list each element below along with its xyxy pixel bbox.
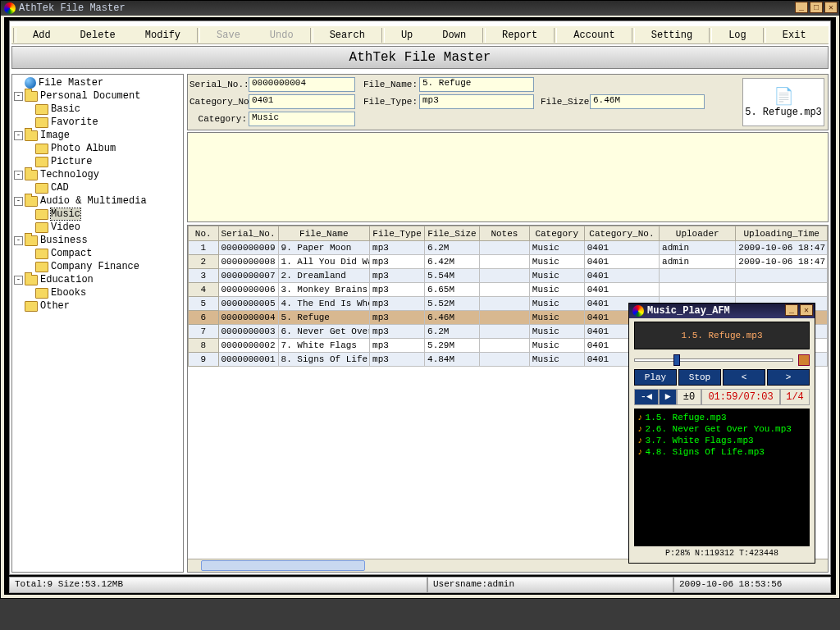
tree-item[interactable]: Favorite (14, 116, 181, 129)
tree-label: Basic (51, 103, 80, 115)
category-input[interactable]: Music (249, 112, 355, 126)
column-header[interactable]: Category (529, 226, 584, 241)
column-header[interactable]: No. (189, 226, 219, 241)
column-header[interactable]: Uploading_Time (736, 226, 828, 241)
tree-label: Business (40, 235, 88, 246)
playlist-item[interactable]: 4.8. Signs Of Life.mp3 (637, 446, 806, 458)
tree-label: Personal Document (40, 90, 140, 102)
player-titlebar[interactable]: Music_Play_AFM _ ✕ (629, 304, 815, 318)
column-header[interactable]: File_Size (425, 226, 480, 241)
tree-item[interactable]: -Education (14, 273, 181, 286)
category-label: Category: (189, 114, 249, 124)
toolbar-modify-button[interactable]: Modify (130, 30, 195, 41)
tree-label: Image (40, 130, 70, 141)
folder-icon (35, 222, 48, 233)
preview-filename: 5. Refuge.mp3 (745, 107, 822, 118)
toolbar-up-button[interactable]: Up (386, 30, 427, 41)
table-row[interactable]: 300000000072. Dreamlandmp35.54MMusic0401 (189, 269, 828, 283)
folder-icon (35, 249, 48, 259)
notes-textarea[interactable] (187, 132, 829, 222)
folder-tree[interactable]: File Master-Personal DocumentBasicFavori… (11, 74, 184, 573)
detail-form: Serial_No.: 0000000004 File_Name: 5. Ref… (187, 74, 829, 130)
tree-label: Photo Album (51, 143, 116, 154)
playlist-item[interactable]: 3.7. White Flags.mp3 (637, 435, 806, 446)
player-prev-button[interactable]: < (723, 369, 765, 386)
tree-expand-icon[interactable]: - (14, 171, 23, 180)
tree-label: Ebooks (51, 287, 86, 299)
folder-icon (35, 104, 48, 115)
column-header[interactable]: Notes (479, 226, 529, 241)
toolbar-search-button[interactable]: Search (315, 30, 380, 41)
serial-label: Serial_No.: (189, 80, 249, 89)
vol-down-button[interactable]: -◄ (634, 389, 659, 405)
tree-item[interactable]: Ebooks (14, 286, 181, 299)
minimize-button[interactable]: _ (795, 2, 808, 13)
table-row[interactable]: 200000000081. All You Did Was Samp36.42M… (189, 255, 828, 269)
tree-expand-icon[interactable]: - (14, 197, 23, 206)
tree-item[interactable]: Music (14, 208, 181, 221)
tree-item[interactable]: -Business (14, 234, 181, 247)
seek-slider[interactable] (634, 353, 810, 368)
player-play-button[interactable]: Play (634, 369, 677, 386)
folder-icon (35, 209, 48, 220)
close-button[interactable]: ✕ (824, 2, 838, 13)
stop-icon[interactable] (798, 354, 810, 366)
table-row[interactable]: 400000000063. Monkey Brainsmp36.65MMusic… (189, 283, 828, 297)
tree-item[interactable]: Photo Album (14, 142, 181, 155)
playlist[interactable]: 1.5. Refuge.mp32.6. Never Get Over You.m… (634, 409, 810, 546)
folder-icon (35, 117, 48, 128)
filename-input[interactable]: 5. Refuge (419, 77, 534, 92)
tree-item[interactable]: Company Finance (14, 260, 181, 273)
now-playing: 1.5. Refuge.mp3 (634, 322, 810, 349)
maximize-button[interactable]: □ (810, 2, 823, 13)
playlist-item[interactable]: 1.5. Refuge.mp3 (637, 412, 806, 423)
globe-icon (25, 77, 36, 89)
tree-item[interactable]: File Master (14, 76, 181, 89)
tree-item[interactable]: Basic (14, 103, 181, 116)
player-window[interactable]: Music_Play_AFM _ ✕ 1.5. Refuge.mp3 PlayS… (628, 303, 815, 564)
column-header[interactable]: Serial_No. (218, 226, 278, 241)
tree-item[interactable]: CAD (14, 181, 181, 194)
tree-item[interactable]: Other (14, 299, 181, 313)
tree-expand-icon[interactable]: - (14, 276, 23, 285)
tree-item[interactable]: Compact (14, 247, 181, 260)
serial-input[interactable]: 0000000004 (249, 77, 355, 92)
catno-input[interactable]: 0401 (249, 94, 355, 109)
titlebar[interactable]: AthTek File Master _ □ ✕ (1, 1, 839, 16)
toolbar-add-button[interactable]: Add (18, 30, 66, 41)
status-user: Usersname:admin (427, 577, 673, 593)
tree-item[interactable]: -Image (14, 129, 181, 142)
playlist-item[interactable]: 2.6. Never Get Over You.mp3 (637, 423, 806, 435)
toolbar-exit-button[interactable]: Exit (768, 30, 821, 41)
tree-label: Company Finance (51, 261, 139, 272)
folder-icon (25, 275, 38, 285)
tree-expand-icon[interactable]: - (14, 236, 23, 245)
tree-label: Education (40, 274, 94, 285)
player-stop-button[interactable]: Stop (678, 369, 721, 386)
tree-item[interactable]: -Audio & Multimedia (14, 194, 181, 208)
player-next-button[interactable]: > (767, 369, 810, 386)
table-row[interactable]: 100000000099. Paper Moonmp36.2MMusic0401… (189, 241, 828, 255)
vol-up-button[interactable]: ► (659, 389, 677, 405)
tree-item[interactable]: -Technology (14, 168, 181, 181)
player-close-button[interactable]: ✕ (800, 304, 813, 316)
toolbar-report-button[interactable]: Report (487, 30, 552, 41)
toolbar-down-button[interactable]: Down (427, 30, 481, 41)
column-header[interactable]: File_Type (370, 226, 425, 241)
column-header[interactable]: Uploader (660, 226, 736, 241)
toolbar-account-button[interactable]: Account (559, 30, 629, 41)
toolbar-log-button[interactable]: Log (714, 30, 761, 41)
player-minimize-button[interactable]: _ (785, 304, 798, 316)
folder-icon (35, 144, 48, 154)
tree-item[interactable]: Video (14, 221, 181, 234)
toolbar-delete-button[interactable]: Delete (66, 30, 130, 41)
filesize-input[interactable]: 6.46M (590, 94, 705, 109)
filetype-input[interactable]: mp3 (419, 94, 534, 109)
column-header[interactable]: File_Name (278, 226, 370, 241)
toolbar-setting-button[interactable]: Setting (637, 30, 707, 41)
tree-expand-icon[interactable]: - (14, 92, 23, 101)
column-header[interactable]: Category_No. (584, 226, 659, 241)
tree-expand-icon[interactable]: - (14, 131, 23, 140)
tree-item[interactable]: -Personal Document (14, 89, 181, 103)
tree-item[interactable]: Picture (14, 155, 181, 168)
